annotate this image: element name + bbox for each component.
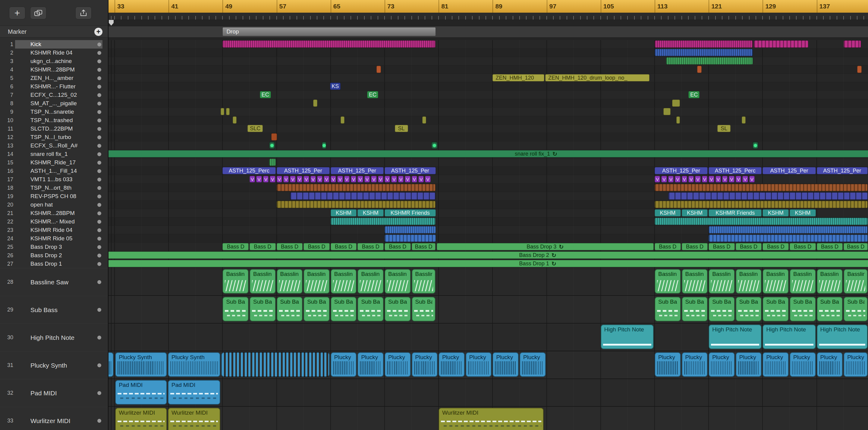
region-plucky-synth[interactable]: Plucky Synth [168, 352, 220, 377]
region-kshmr-ride-04[interactable] [384, 226, 436, 233]
track-state-dot[interactable] [97, 391, 101, 395]
region-sub-ba[interactable]: Sub Ba [817, 297, 843, 321]
region-v[interactable]: V [378, 176, 383, 182]
region-basslin[interactable]: Basslin [384, 269, 411, 294]
track-state-dot[interactable] [97, 211, 101, 215]
region-slc[interactable]: SLC [247, 125, 263, 132]
region-kshmr-ride-05[interactable] [384, 235, 436, 242]
ruler-subdivision-strip[interactable] [108, 13, 868, 20]
track-state-dot[interactable] [97, 178, 101, 181]
region-asth-125-per[interactable]: ASTH_125_Per [277, 167, 330, 174]
region-tsp-n-trashed[interactable] [676, 116, 680, 124]
region-basslin[interactable]: Basslin [682, 269, 708, 294]
region-tsp-n-trashed[interactable] [422, 116, 426, 124]
region-bass-d[interactable]: Bass D [304, 243, 330, 250]
region-pad-midi[interactable]: Pad MIDI [115, 380, 167, 405]
region-sub-ba[interactable]: Sub Ba [655, 297, 681, 321]
region-asth-125-per[interactable]: ASTH_125_Per [817, 167, 868, 174]
track-state-dot[interactable] [97, 42, 101, 47]
track-header-ecfx-c-125-02[interactable]: 7ECFX_C...125_02 [0, 91, 108, 99]
track-header-bass-drop-2[interactable]: 26Bass Drop 2 [0, 251, 108, 260]
region-sl[interactable]: SL [395, 125, 408, 132]
region-tsp-n-snaretie[interactable] [226, 108, 230, 115]
region-kshmr-mixed[interactable] [331, 218, 436, 225]
region-v[interactable]: V [384, 176, 390, 182]
export-button[interactable] [75, 7, 92, 19]
region-basslin[interactable]: Basslin [709, 269, 735, 294]
region-asth-125-per[interactable]: ASTH_125_Per [384, 167, 436, 174]
region-basslin[interactable]: Basslin [412, 269, 436, 294]
region-v[interactable]: V [749, 176, 755, 182]
region-basslin[interactable]: Basslin [655, 269, 681, 294]
region-basslin[interactable]: Basslin [304, 269, 330, 294]
region-high-pitch-note[interactable]: High Pitch Note [817, 324, 868, 349]
region-ukgn-cl-achine[interactable] [666, 57, 753, 64]
track-state-dot[interactable] [97, 110, 101, 114]
track-header-wurlitzer-midi[interactable]: 33Wurlitzer MIDI [0, 407, 108, 430]
region-tsp-n-trashed[interactable] [742, 116, 746, 124]
track-header-snare-roll-fix-1[interactable]: 14snare roll fix_1 [0, 150, 108, 158]
region-sub-ba[interactable]: Sub Ba [358, 297, 384, 321]
region-sub-ba[interactable]: Sub Ba [682, 297, 708, 321]
region-sm-at-pigalle[interactable] [672, 99, 680, 107]
track-state-dot[interactable] [97, 237, 101, 240]
track-header-kshmr-28bpm[interactable]: 21KSHMR...28BPM [0, 209, 108, 218]
track-state-dot[interactable] [97, 220, 101, 224]
region-basslin[interactable]: Basslin [789, 269, 816, 294]
region-basslin[interactable]: Basslin [844, 269, 868, 294]
track-state-dot[interactable] [97, 169, 101, 173]
region-v[interactable]: V [418, 176, 424, 182]
bar-ruler[interactable]: 334149576573818997105113121129137 [108, 0, 868, 13]
track-state-dot[interactable] [97, 186, 101, 190]
region-sub-ba[interactable]: Sub Ba [277, 297, 303, 321]
region-kshm[interactable]: KSHM [789, 209, 816, 217]
region-sub-ba[interactable]: Sub Ba [412, 297, 436, 321]
region-bass-d[interactable]: Bass D [222, 243, 249, 250]
region-kick[interactable] [655, 40, 753, 48]
track-state-dot[interactable] [97, 195, 101, 198]
region-sub-ba[interactable]: Sub Ba [763, 297, 789, 321]
region-plucky[interactable]: Plucky [412, 352, 438, 377]
region-bass-drop-1[interactable]: Bass Drop 1↻ [108, 260, 868, 267]
region-sub-ba[interactable]: Sub Ba [331, 297, 357, 321]
region-plucky[interactable]: Plucky [817, 352, 843, 377]
region-v[interactable]: V [412, 176, 417, 182]
region-plucky[interactable]: Plucky [682, 352, 708, 377]
region-plucky[interactable]: Plucky [466, 352, 492, 377]
region-sub-ba[interactable]: Sub Ba [384, 297, 411, 321]
track-state-dot[interactable] [97, 262, 101, 266]
region-sub-ba[interactable]: Sub Ba [736, 297, 762, 321]
region-v[interactable]: V [736, 176, 741, 182]
region-kshmr-ride-04[interactable] [709, 226, 868, 233]
marker-lane[interactable]: Drop [108, 26, 868, 38]
duplicate-track-button[interactable] [30, 7, 46, 19]
region-v[interactable]: V [405, 176, 410, 182]
region-ecfx-s-roll-a[interactable] [322, 142, 327, 149]
region-high-pitch-note[interactable]: High Pitch Note [763, 324, 815, 349]
region-bass-d[interactable]: Bass D [682, 243, 708, 250]
region-bass-d[interactable]: Bass D [331, 243, 357, 250]
track-header-kshmr-mixed[interactable]: 22KSHMR...- Mixed [0, 218, 108, 226]
region-bass-d[interactable]: Bass D [763, 243, 789, 250]
region-v[interactable]: V [722, 176, 727, 182]
region-v[interactable]: V [695, 176, 701, 182]
region-v[interactable]: V [290, 176, 296, 182]
region-kshmr-28bpm[interactable] [857, 66, 862, 73]
region-sub-ba[interactable]: Sub Ba [304, 297, 330, 321]
region-v[interactable]: V [655, 176, 660, 182]
region-v[interactable]: V [331, 176, 336, 182]
region-v[interactable]: V [277, 176, 282, 182]
add-track-button[interactable]: + [9, 7, 25, 19]
track-state-dot[interactable] [97, 68, 101, 72]
region-open-hat[interactable] [655, 201, 868, 208]
track-header-tsp-n-l-turbo[interactable]: 12TSP_N...l_turbo [0, 133, 108, 141]
track-header-ecfx-s-roll-a[interactable]: 13ECFX_S...Roll_A# [0, 141, 108, 150]
track-header-kshmr-flutter[interactable]: 6KSHMR...- Flutter [0, 82, 108, 91]
region-v[interactable]: V [351, 176, 356, 182]
region-bass-drop-3[interactable]: Bass Drop 3↻ [437, 243, 654, 250]
region-plucky[interactable]: Plucky [520, 352, 546, 377]
region-kick[interactable] [222, 40, 435, 48]
region-kshm[interactable]: KSHM [682, 209, 708, 217]
region-kshm[interactable]: KSHM [655, 209, 681, 217]
region-asth-125-perc[interactable]: ASTH_125_Perc [222, 167, 276, 174]
